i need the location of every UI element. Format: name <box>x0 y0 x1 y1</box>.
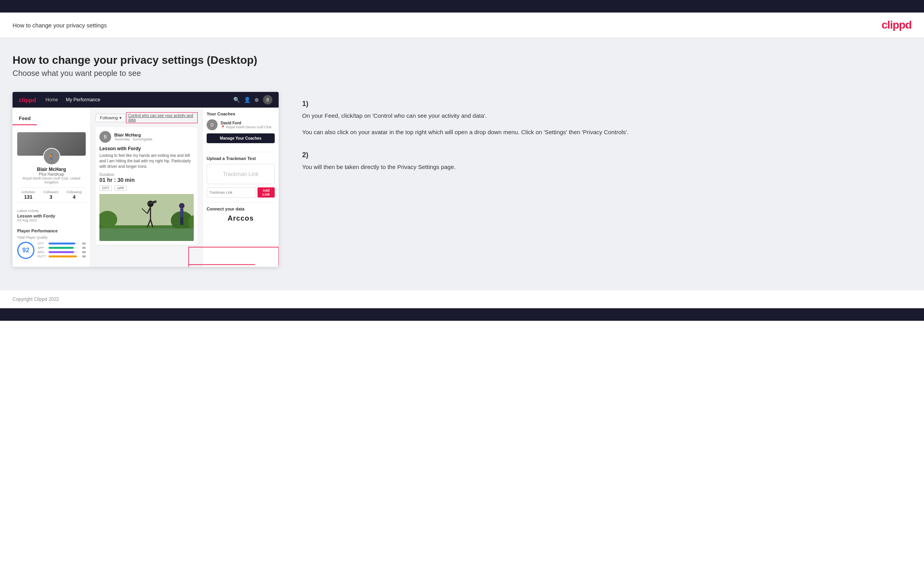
latest-activity-name: Lesson with Fordy <box>17 214 86 218</box>
svg-rect-16 <box>180 209 184 217</box>
app-right-panel: Your Coaches D David Ford 📍 Royal North … <box>202 108 279 267</box>
step2-text: You will then be taken directly to the P… <box>302 162 911 172</box>
main-title: How to change your privacy settings (Des… <box>13 54 911 67</box>
instructions-panel: 1) On your Feed, click/tap on 'Control w… <box>294 92 911 186</box>
main-content: How to change your privacy settings (Des… <box>0 38 924 290</box>
arg-value: 86 <box>79 250 86 254</box>
app-feed: Following ▾ Control who can see your act… <box>91 108 202 267</box>
trackman-box: Trackman Link <box>207 164 275 184</box>
feed-card-header: B Blair McHarg Yesterday · Sunningdale <box>99 131 194 143</box>
feed-card-date: Yesterday · Sunningdale <box>114 137 152 141</box>
step2-number: 2) <box>302 151 911 159</box>
nav-link-home[interactable]: Home <box>45 97 58 102</box>
followers-value: 3 <box>43 194 59 200</box>
profile-avatar-container: 🏌 <box>17 148 86 165</box>
connect-title: Connect your data <box>207 207 275 211</box>
feed-card-user-info: Blair McHarg Yesterday · Sunningdale <box>114 133 152 141</box>
putt-value: 96 <box>79 255 86 258</box>
quality-score-circle: 92 <box>17 242 34 259</box>
bottom-dark-bar <box>0 308 924 321</box>
following-label: Following <box>67 190 81 194</box>
copyright-text: Copyright Clippd 2022 <box>13 297 59 302</box>
person-icon[interactable]: 👤 <box>244 97 250 103</box>
plus-circle-icon[interactable]: ⊕ <box>254 97 259 103</box>
control-privacy-link[interactable]: Control who can see your activity and da… <box>126 112 198 123</box>
app-nav-links: Home My Performance <box>45 97 100 102</box>
demo-area: clippd Home My Performance 🔍 👤 ⊕ B Feed <box>13 92 911 267</box>
step1-text: On your Feed, click/tap on 'Control who … <box>302 111 911 120</box>
search-icon[interactable]: 🔍 <box>233 97 240 103</box>
feed-card-name: Blair McHarg <box>114 133 152 137</box>
chevron-down-icon: ▾ <box>119 115 122 120</box>
user-avatar-nav[interactable]: B <box>263 95 272 104</box>
svg-point-15 <box>179 203 185 209</box>
tag-row: OTT APP <box>99 185 194 191</box>
nav-link-performance[interactable]: My Performance <box>66 97 100 102</box>
feed-card: B Blair McHarg Yesterday · Sunningdale L… <box>95 127 198 245</box>
connect-section: Connect your data Arccos <box>207 202 275 223</box>
coach-name: David Ford <box>221 121 272 125</box>
step1-extra: You can also click on your avatar in the… <box>302 128 911 137</box>
stat-following: Following 4 <box>67 190 81 200</box>
app-value: 85 <box>79 246 86 250</box>
profile-name: Blair McHarg <box>17 167 86 172</box>
app-nav-logo: clippd <box>19 97 36 103</box>
instruction-step2: 2) You will then be taken directly to th… <box>302 151 911 172</box>
ott-label: OTT <box>38 242 47 245</box>
pin-icon: 📍 <box>221 125 225 129</box>
app-body: Feed 🏌 Blair McHarg Plus Handicap Royal … <box>13 108 279 267</box>
svg-rect-18 <box>182 217 184 225</box>
bar-app: APP 85 <box>38 246 86 250</box>
following-value: 4 <box>67 194 81 200</box>
trackman-link-input[interactable] <box>207 187 256 198</box>
feed-card-avatar: B <box>99 131 111 143</box>
bar-ott: OTT 90 <box>38 242 86 245</box>
latest-activity-label: Latest Activity <box>17 209 86 213</box>
manage-coaches-button[interactable]: Manage Your Coaches <box>207 133 275 143</box>
feed-card-duration: Duration 01 hr : 30 min <box>99 173 194 183</box>
clippd-logo: clippd <box>882 19 911 31</box>
stat-activities: Activities 131 <box>21 190 35 200</box>
pp-title: Player Performance <box>17 228 86 233</box>
followers-label: Followers <box>43 190 59 194</box>
pp-quality-label: Total Player Quality <box>17 235 86 239</box>
duration-label: Duration <box>99 173 114 177</box>
tag-ott: OTT <box>99 185 112 191</box>
arg-fill <box>49 251 74 253</box>
app-label: APP <box>38 246 47 250</box>
feed-card-title: Lesson with Fordy <box>99 146 194 151</box>
bar-putt: PUTT 96 <box>38 255 86 258</box>
coach-club: 📍 Royal North Devon Golf Club <box>221 125 272 129</box>
putt-track <box>49 255 78 257</box>
app-nav: clippd Home My Performance 🔍 👤 ⊕ B <box>13 92 279 108</box>
add-link-button[interactable]: Add Link <box>258 187 275 198</box>
pp-bars: OTT 90 APP <box>38 242 86 259</box>
top-dark-bar <box>0 0 924 13</box>
feed-tab-label[interactable]: Feed <box>13 112 37 125</box>
subtitle: Choose what you want people to see <box>13 69 911 78</box>
page-header: How to change your privacy settings clip… <box>0 13 924 38</box>
bar-arg: ARG 86 <box>38 250 86 254</box>
arg-track <box>49 251 78 253</box>
trackman-title: Upload a Trackman Test <box>207 156 275 161</box>
following-btn-label: Following <box>100 115 118 120</box>
coach-avatar: D <box>207 119 218 130</box>
arccos-logo: Arccos <box>207 214 275 223</box>
latest-activity-date: 03 Aug 2022 <box>17 218 86 222</box>
trackman-section: Upload a Trackman Test Trackman Link Add… <box>207 152 275 198</box>
following-dropdown[interactable]: Following ▾ <box>95 114 126 122</box>
profile-stats: Activities 131 Followers 3 Following 4 <box>17 187 86 203</box>
activities-value: 131 <box>21 194 35 200</box>
app-sidebar: Feed 🏌 Blair McHarg Plus Handicap Royal … <box>13 108 91 267</box>
coaches-section: Your Coaches D David Ford 📍 Royal North … <box>207 111 275 147</box>
profile-avatar: 🏌 <box>43 148 60 165</box>
stat-followers: Followers 3 <box>43 190 59 200</box>
feed-controls: Following ▾ Control who can see your act… <box>95 112 198 123</box>
coaches-title: Your Coaches <box>207 111 275 116</box>
ott-value: 90 <box>79 242 86 245</box>
putt-fill <box>49 255 77 257</box>
browser-title: How to change your privacy settings <box>13 22 107 29</box>
trackman-box-label: Trackman Link <box>223 171 258 177</box>
step1-number: 1) <box>302 100 911 108</box>
pp-body: 92 OTT 90 APP <box>17 242 86 259</box>
